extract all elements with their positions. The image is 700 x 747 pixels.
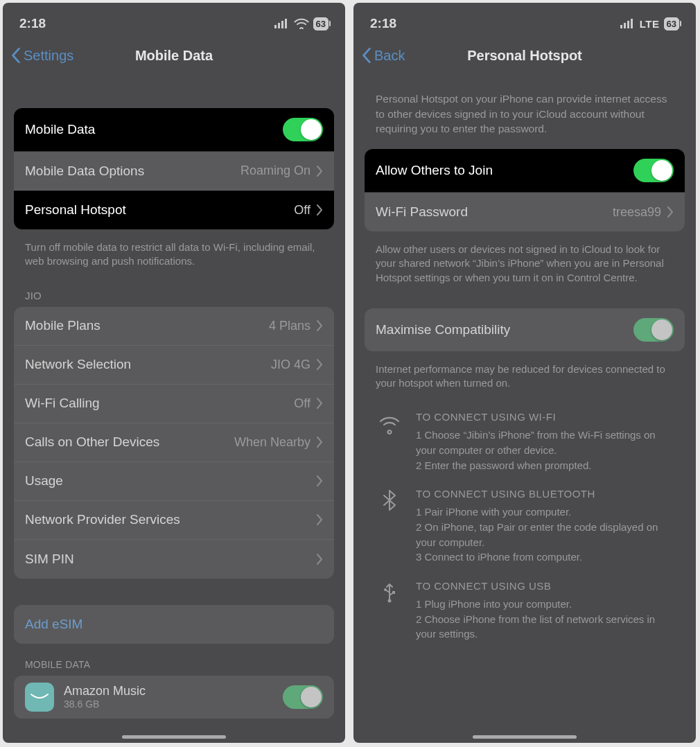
app-amazon-music-row[interactable]: Amazon Music 38.6 GB [14, 676, 334, 719]
add-esim-row[interactable]: Add eSIM [14, 605, 334, 644]
connect-wifi: TO CONNECT USING WI-FI 1 Choose “Jibin’s… [365, 401, 685, 478]
back-label: Back [374, 48, 405, 64]
connect-wifi-heading: TO CONNECT USING WI-FI [416, 410, 674, 425]
mobile-plans-row[interactable]: Mobile Plans 4 Plans [14, 307, 334, 346]
connect-usb: TO CONNECT USING USB 1 Plug iPhone into … [365, 570, 685, 647]
hotspot-intro: Personal Hotspot on your iPhone can prov… [365, 75, 685, 149]
connect-bluetooth: TO CONNECT USING BLUETOOTH 1 Pair iPhone… [365, 478, 685, 570]
mobile-data-group: Mobile Data Mobile Data Options Roaming … [14, 108, 334, 229]
svg-rect-1 [278, 23, 280, 28]
connect-usb-step2: 2 Choose iPhone from the list of network… [416, 612, 674, 642]
left-screenshot: 2:18 63 Settings Mobile Data Mobile Data… [3, 3, 345, 743]
svg-rect-6 [627, 21, 629, 28]
allow-footer: Allow other users or devices not signed … [365, 237, 685, 296]
options-value: Roaming On [240, 164, 310, 178]
allow-others-label: Allow Others to Join [376, 163, 633, 178]
chevron-right-icon [316, 320, 323, 331]
options-label: Mobile Data Options [25, 164, 240, 179]
content-area: Mobile Data Mobile Data Options Roaming … [3, 75, 345, 743]
wifi-password-row[interactable]: Wi-Fi Password treesa99 [365, 193, 685, 231]
chevron-right-icon [316, 166, 323, 177]
app-data-group: Amazon Music 38.6 GB [14, 676, 334, 719]
add-esim-group: Add eSIM [14, 605, 334, 644]
nav-bar: Settings Mobile Data [3, 40, 345, 75]
connect-bt-step2: 2 On iPhone, tap Pair or enter the code … [416, 520, 674, 550]
maximise-compat-label: Maximise Compatibility [376, 322, 633, 337]
app-size: 38.6 GB [64, 698, 273, 710]
mobile-data-options-row[interactable]: Mobile Data Options Roaming On [14, 152, 334, 191]
wifi-icon [294, 18, 309, 29]
hotspot-value: Off [294, 203, 310, 218]
wifi-password-value: treesa99 [613, 205, 661, 220]
status-right: LTE 63 [620, 17, 679, 30]
maximise-compat-row[interactable]: Maximise Compatibility [365, 308, 685, 351]
chevron-left-icon [362, 48, 371, 63]
status-bar: 2:18 LTE 63 [353, 3, 696, 40]
right-screenshot: 2:18 LTE 63 Back Personal Hotspot Person… [353, 3, 696, 743]
back-button[interactable]: Settings [11, 48, 73, 64]
back-button[interactable]: Back [362, 48, 405, 64]
app-toggle[interactable] [283, 685, 323, 709]
chevron-right-icon [316, 437, 323, 448]
status-time: 2:18 [370, 16, 396, 31]
chevron-right-icon [316, 204, 323, 216]
app-name: Amazon Music [64, 684, 273, 698]
connect-usb-heading: TO CONNECT USING USB [416, 579, 674, 594]
mobile-data-toggle[interactable] [283, 118, 323, 141]
status-right: 63 [274, 17, 329, 30]
calls-other-devices-row[interactable]: Calls on Other Devices When Nearby [14, 423, 334, 462]
wifi-calling-row[interactable]: Wi-Fi Calling Off [14, 385, 334, 423]
jio-header: JIO [14, 280, 334, 307]
wifi-icon [376, 410, 403, 473]
chevron-left-icon [11, 48, 21, 63]
sim-pin-row[interactable]: SIM PIN [14, 540, 334, 579]
chevron-right-icon [316, 554, 323, 565]
chevron-right-icon [667, 206, 674, 218]
svg-point-8 [388, 599, 392, 603]
allow-others-row[interactable]: Allow Others to Join [365, 149, 685, 193]
svg-rect-0 [274, 25, 277, 28]
wifi-password-label: Wi-Fi Password [376, 204, 613, 220]
home-indicator[interactable] [473, 735, 577, 739]
svg-rect-7 [631, 19, 633, 28]
compat-footer: Internet performance may be reduced for … [365, 357, 685, 402]
cellular-icon [620, 19, 636, 28]
network-type: LTE [640, 18, 660, 30]
connect-bt-step3: 3 Connect to iPhone from computer. [416, 550, 674, 565]
allow-group: Allow Others to Join Wi-Fi Password tree… [365, 149, 685, 231]
jio-group: Mobile Plans 4 Plans Network Selection J… [14, 307, 334, 579]
connect-wifi-step1: 1 Choose “Jibin’s iPhone” from the Wi-Fi… [416, 428, 674, 458]
connect-wifi-step2: 2 Enter the password when prompted. [416, 458, 674, 473]
compat-group: Maximise Compatibility [365, 308, 685, 351]
mobile-data-footer: Turn off mobile data to restrict all dat… [14, 235, 334, 280]
personal-hotspot-row[interactable]: Personal Hotspot Off [14, 191, 334, 229]
battery-icon: 63 [664, 17, 679, 30]
add-esim-label: Add eSIM [25, 617, 323, 632]
bluetooth-icon [376, 486, 403, 565]
svg-rect-3 [285, 19, 287, 28]
cellular-icon [274, 19, 290, 28]
svg-rect-4 [620, 25, 622, 28]
status-time: 2:18 [19, 16, 46, 31]
mobile-data-row[interactable]: Mobile Data [14, 108, 334, 152]
home-indicator[interactable] [122, 735, 226, 739]
connect-bt-step1: 1 Pair iPhone with your computer. [416, 504, 674, 520]
maximise-compat-toggle[interactable] [633, 318, 674, 342]
connect-usb-step1: 1 Plug iPhone into your computer. [416, 597, 674, 612]
network-provider-services-row[interactable]: Network Provider Services [14, 501, 334, 540]
mobile-data-label: Mobile Data [25, 122, 283, 137]
chevron-right-icon [316, 475, 323, 486]
hotspot-label: Personal Hotspot [25, 202, 294, 218]
chevron-right-icon [316, 514, 323, 525]
nav-bar: Back Personal Hotspot [353, 40, 696, 75]
usb-icon [376, 579, 403, 642]
usage-row[interactable]: Usage [14, 462, 334, 501]
status-bar: 2:18 63 [3, 3, 345, 40]
svg-rect-2 [281, 21, 283, 28]
allow-others-toggle[interactable] [633, 159, 674, 182]
svg-rect-10 [392, 591, 395, 594]
amazon-music-icon [25, 683, 54, 712]
chevron-right-icon [316, 398, 323, 409]
network-selection-row[interactable]: Network Selection JIO 4G [14, 346, 334, 385]
chevron-right-icon [316, 359, 323, 370]
